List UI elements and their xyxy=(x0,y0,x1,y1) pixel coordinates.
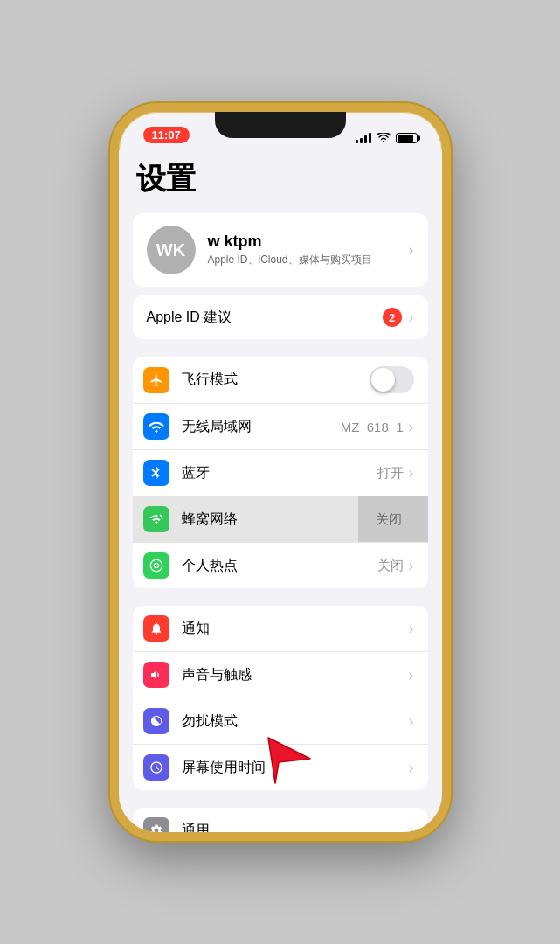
profile-chevron-icon: › xyxy=(409,241,414,260)
notifications-icon xyxy=(143,615,169,642)
general-chevron-icon: › xyxy=(409,822,414,840)
wifi-value: MZ_618_1 xyxy=(341,420,404,434)
cellular-row[interactable]: 蜂窝网络 关闭 › xyxy=(133,496,428,543)
signal-bar-2 xyxy=(360,138,363,143)
cellular-chevron-icon: › xyxy=(405,510,411,529)
hotspot-value: 关闭 xyxy=(377,558,404,574)
dnd-row[interactable]: 勿扰模式 › xyxy=(133,698,428,745)
airplane-toggle-knob xyxy=(371,368,395,392)
profile-card[interactable]: WK w ktpm Apple ID、iCloud、媒体与购买项目 › xyxy=(133,213,428,287)
notch xyxy=(215,112,346,138)
dnd-label: 勿扰模式 xyxy=(182,712,409,731)
status-icons xyxy=(356,133,418,143)
hotspot-icon xyxy=(143,552,169,579)
suggestion-right: 2 › xyxy=(383,308,414,327)
signal-bar-1 xyxy=(356,140,358,143)
network-section: 飞行模式 无线局域网 MZ_618_1 › xyxy=(133,357,428,588)
wifi-chevron-icon: › xyxy=(409,418,414,436)
suggestion-badge: 2 xyxy=(383,308,402,327)
notifications-section: 通知 › 声音与触感 › 勿扰模式 xyxy=(133,606,428,790)
signal-bar-4 xyxy=(369,133,371,143)
cellular-overlay: 关闭 › xyxy=(358,496,428,542)
general-section: 通用 › 控制中心 › xyxy=(133,808,428,841)
profile-subtitle: Apple ID、iCloud、媒体与购买项目 xyxy=(208,253,372,267)
profile-name: w ktpm xyxy=(208,233,372,251)
suggestion-chevron-icon: › xyxy=(409,309,414,327)
notifications-chevron-icon: › xyxy=(409,620,414,638)
sound-label: 声音与触感 xyxy=(182,666,409,684)
sound-row[interactable]: 声音与触感 › xyxy=(133,652,428,698)
battery-tip xyxy=(418,135,420,141)
signal-bar-3 xyxy=(364,135,367,143)
bluetooth-label: 蓝牙 xyxy=(182,464,377,482)
signal-bars-icon xyxy=(356,133,371,143)
airplane-mode-row[interactable]: 飞行模式 xyxy=(133,357,428,404)
profile-left: WK w ktpm Apple ID、iCloud、媒体与购买项目 xyxy=(147,226,372,274)
bluetooth-icon xyxy=(143,460,169,486)
wifi-icon xyxy=(377,133,391,143)
battery-icon xyxy=(396,133,418,143)
screen-time-row[interactable]: 屏幕使用时间 › xyxy=(133,745,428,790)
general-icon xyxy=(143,817,169,841)
screen-time-icon xyxy=(143,754,169,781)
hotspot-label: 个人热点 xyxy=(182,557,377,575)
airplane-icon xyxy=(143,367,169,393)
screen-time-label: 屏幕使用时间 xyxy=(182,759,409,777)
cellular-icon xyxy=(143,506,169,532)
hotspot-row[interactable]: 个人热点 关闭 › xyxy=(133,543,428,588)
airplane-toggle[interactable] xyxy=(370,366,414,393)
cellular-value: 关闭 xyxy=(376,511,402,528)
wifi-settings-icon xyxy=(143,413,169,440)
phone-frame: 11:07 设置 WK xyxy=(110,103,451,841)
profile-info: w ktpm Apple ID、iCloud、媒体与购买项目 xyxy=(208,233,372,267)
wifi-label: 无线局域网 xyxy=(182,418,341,436)
bluetooth-row[interactable]: 蓝牙 打开 › xyxy=(133,450,428,496)
sound-chevron-icon: › xyxy=(409,666,414,684)
appleid-suggestion-row[interactable]: Apple ID 建议 2 › xyxy=(133,295,428,339)
status-time: 11:07 xyxy=(143,127,190,143)
general-row[interactable]: 通用 › xyxy=(133,808,428,841)
hotspot-chevron-icon: › xyxy=(409,557,414,575)
avatar: WK xyxy=(147,226,196,274)
bluetooth-chevron-icon: › xyxy=(409,464,414,482)
appleid-suggestion-label: Apple ID 建议 xyxy=(147,309,232,327)
sound-icon xyxy=(143,662,169,688)
screen-content[interactable]: 设置 WK w ktpm Apple ID、iCloud、媒体与购买项目 › A… xyxy=(119,150,442,841)
battery-fill xyxy=(398,135,413,142)
page-title: 设置 xyxy=(119,150,442,213)
wifi-row[interactable]: 无线局域网 MZ_618_1 › xyxy=(133,404,428,450)
bluetooth-value: 打开 xyxy=(377,465,404,482)
general-label: 通用 xyxy=(182,822,409,840)
notifications-row[interactable]: 通知 › xyxy=(133,606,428,652)
notifications-label: 通知 xyxy=(182,620,409,638)
screen-time-chevron-icon: › xyxy=(409,759,414,777)
dnd-icon xyxy=(143,708,169,734)
dnd-chevron-icon: › xyxy=(409,712,414,731)
airplane-label: 飞行模式 xyxy=(182,371,370,389)
